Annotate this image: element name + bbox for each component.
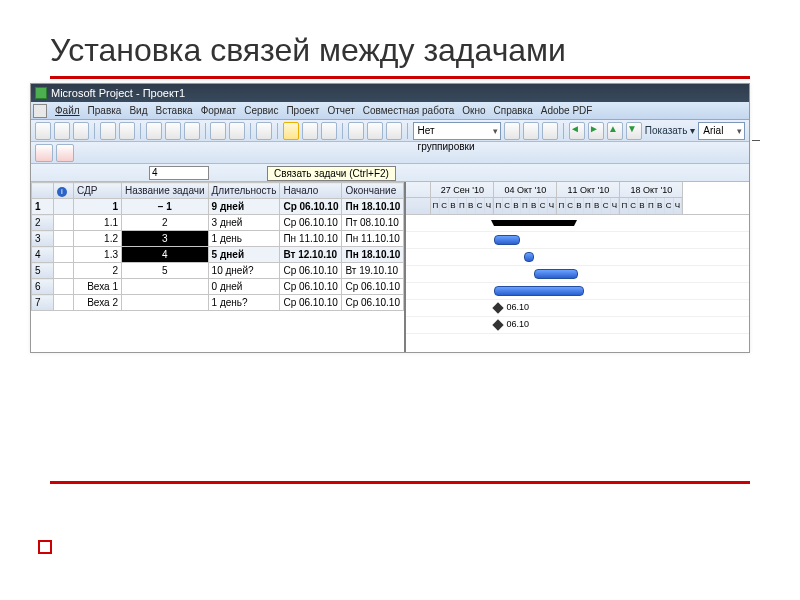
- separator: [250, 123, 251, 139]
- preview-icon[interactable]: [119, 122, 135, 140]
- zoom-icon[interactable]: [504, 122, 520, 140]
- separator: [277, 123, 278, 139]
- col-start[interactable]: Начало: [280, 183, 342, 199]
- menu-format[interactable]: Формат: [197, 105, 241, 116]
- col-end[interactable]: Окончание: [342, 183, 404, 199]
- col-duration[interactable]: Длительность: [208, 183, 280, 199]
- tooltip-link-tasks: Связать задачи (Ctrl+F2): [267, 166, 396, 181]
- separator: [563, 123, 564, 139]
- menu-project[interactable]: Проект: [282, 105, 323, 116]
- show-label[interactable]: Показать: [645, 125, 688, 136]
- pdf-toolbar: [31, 142, 749, 164]
- task-bar[interactable]: [494, 286, 584, 296]
- table-row[interactable]: 21.123 днейСр 06.10.10Пт 08.10.10: [32, 215, 404, 231]
- pdf-icon[interactable]: [35, 144, 53, 162]
- table-row[interactable]: 41.345 днейВт 12.10.10Пн 18.10.10: [32, 247, 404, 263]
- separator: [407, 123, 408, 139]
- row-header-blank: [32, 183, 54, 199]
- menu-adobe-pdf[interactable]: Adobe PDF: [537, 105, 597, 116]
- ms-project-window: Microsoft Project - Проект1 Файл Правка …: [30, 83, 750, 353]
- assign-icon[interactable]: [386, 122, 402, 140]
- gantt-body: 06.10 06.10: [406, 215, 749, 334]
- print-icon[interactable]: [100, 122, 116, 140]
- split-task-icon[interactable]: [321, 122, 337, 140]
- table-row[interactable]: 52510 дней?Ср 06.10.10Вт 19.10.10: [32, 263, 404, 279]
- info-icon: i: [57, 187, 67, 197]
- system-menu-icon[interactable]: [33, 104, 47, 118]
- milestone-label: 06.10: [506, 302, 529, 312]
- copy-icon[interactable]: [165, 122, 181, 140]
- goto-icon[interactable]: [523, 122, 539, 140]
- task-bar[interactable]: [524, 252, 534, 262]
- menu-window[interactable]: Окно: [458, 105, 489, 116]
- slide-title: Установка связей между задачами: [50, 30, 750, 70]
- table-row[interactable]: 31.231 деньПн 11.10.10Пн 11.10.10: [32, 231, 404, 247]
- separator: [205, 123, 206, 139]
- slide-marker-icon: [38, 540, 52, 554]
- link-tasks-icon[interactable]: [283, 122, 299, 140]
- notes-icon[interactable]: [367, 122, 383, 140]
- window-title: Microsoft Project - Проект1: [51, 87, 185, 99]
- col-wbs[interactable]: СДР: [74, 183, 122, 199]
- menu-file[interactable]: Файл: [51, 105, 84, 116]
- redo-icon[interactable]: [229, 122, 245, 140]
- menu-collab[interactable]: Совместная работа: [359, 105, 459, 116]
- pdf-mail-icon[interactable]: [56, 144, 74, 162]
- standard-toolbar: Нет группировки ◄ ► ▲ ▼ Показать ▾ Arial: [31, 120, 749, 142]
- arrow-left-icon[interactable]: ◄: [569, 122, 585, 140]
- separator: [94, 123, 95, 139]
- paste-icon[interactable]: [184, 122, 200, 140]
- menu-tools[interactable]: Сервис: [240, 105, 282, 116]
- font-combo[interactable]: Arial: [698, 122, 745, 140]
- col-info[interactable]: i: [54, 183, 74, 199]
- task-bar[interactable]: [494, 235, 520, 245]
- arrow-down-icon[interactable]: ▼: [626, 122, 642, 140]
- title-underline: [50, 76, 750, 79]
- window-titlebar: Microsoft Project - Проект1: [31, 84, 749, 102]
- arrow-right-icon[interactable]: ►: [588, 122, 604, 140]
- menu-bar[interactable]: Файл Правка Вид Вставка Формат Сервис Пр…: [31, 102, 749, 120]
- entry-bar: 4 Связать задачи (Ctrl+F2): [31, 164, 749, 182]
- decorative-dash: [752, 140, 760, 141]
- info-icon[interactable]: [348, 122, 364, 140]
- unlink-tasks-icon[interactable]: [302, 122, 318, 140]
- arrow-up-icon[interactable]: ▲: [607, 122, 623, 140]
- gantt-timescale: 27 Сен '10ПСВПВСЧ04 Окт '10ПСВПВСЧ11 Окт…: [406, 182, 749, 215]
- task-grid[interactable]: i СДР Название задачи Длительность Начал…: [31, 182, 406, 352]
- menu-edit[interactable]: Правка: [84, 105, 126, 116]
- summary-bar[interactable]: [494, 220, 574, 226]
- col-name[interactable]: Название задачи: [122, 183, 209, 199]
- app-icon: [35, 87, 47, 99]
- separator: [342, 123, 343, 139]
- table-row[interactable]: 7Веха 21 день?Ср 06.10.10Ср 06.10.10: [32, 295, 404, 311]
- open-icon[interactable]: [54, 122, 70, 140]
- grouping-combo[interactable]: Нет группировки: [413, 122, 502, 140]
- table-row[interactable]: 11− 19 днейСр 06.10.10Пн 18.10.10: [32, 199, 404, 215]
- new-icon[interactable]: [35, 122, 51, 140]
- cut-icon[interactable]: [146, 122, 162, 140]
- sheet-area: i СДР Название задачи Длительность Начал…: [31, 182, 749, 352]
- separator: [140, 123, 141, 139]
- task-bar[interactable]: [534, 269, 578, 279]
- milestone-icon[interactable]: [493, 319, 504, 330]
- menu-insert[interactable]: Вставка: [151, 105, 196, 116]
- menu-view[interactable]: Вид: [125, 105, 151, 116]
- menu-help[interactable]: Справка: [490, 105, 537, 116]
- footer-rule: [50, 481, 750, 484]
- gantt-chart[interactable]: 27 Сен '10ПСВПВСЧ04 Окт '10ПСВПВСЧ11 Окт…: [406, 182, 749, 352]
- entry-field[interactable]: 4: [149, 166, 209, 180]
- undo-icon[interactable]: [210, 122, 226, 140]
- help-icon[interactable]: [542, 122, 558, 140]
- save-icon[interactable]: [73, 122, 89, 140]
- header-row: i СДР Название задачи Длительность Начал…: [32, 183, 404, 199]
- menu-report[interactable]: Отчет: [323, 105, 358, 116]
- milestone-icon[interactable]: [493, 302, 504, 313]
- milestone-label: 06.10: [506, 319, 529, 329]
- insert-icon[interactable]: [256, 122, 272, 140]
- table-row[interactable]: 6Веха 10 днейСр 06.10.10Ср 06.10.10: [32, 279, 404, 295]
